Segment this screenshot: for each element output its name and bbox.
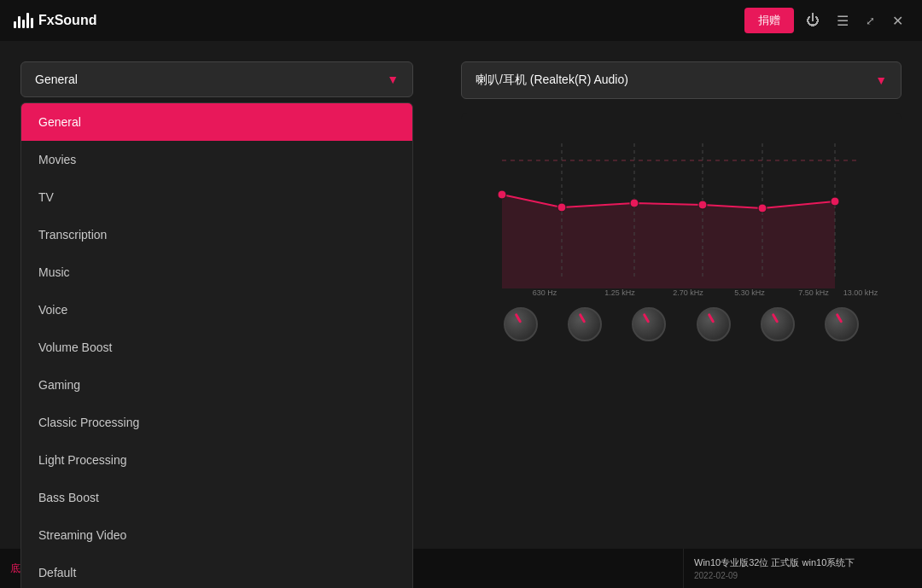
svg-point-7 [498,190,506,199]
svg-text:7.50 kHz: 7.50 kHz [798,288,829,297]
preset-option-bass-boost[interactable]: Bass Boost [21,479,412,516]
bottom-right: Win10专业版32位 正式版 win10系统下 2022-02-09 [683,549,922,588]
eq-knob-1[interactable] [504,307,538,341]
restore-button[interactable]: ⤢ [861,11,880,31]
preset-option-classic-processing[interactable]: Classic Processing [21,404,412,441]
svg-text:1.25 kHz: 1.25 kHz [604,288,635,297]
eq-knobs-row [475,300,888,355]
knob-container-4 [697,307,731,341]
logo-bar-4 [26,13,29,28]
logo-bars-icon [14,13,33,28]
preset-option-gaming[interactable]: Gaming [21,366,412,404]
logo-bar-3 [22,20,25,28]
restore-icon: ⤢ [866,15,875,27]
left-panel: General ▼ General Movies TV Transcriptio… [0,41,461,588]
logo: FxSound [14,13,96,28]
preset-option-voice[interactable]: Voice [21,291,412,329]
preset-option-volume-boost[interactable]: Volume Boost [21,329,412,366]
close-icon: ✕ [892,13,903,29]
svg-point-12 [831,197,839,206]
svg-text:13.00 kHz: 13.00 kHz [843,288,878,297]
preset-option-music[interactable]: Music [21,253,412,291]
menu-button[interactable]: ☰ [832,9,854,32]
header: FxSound 捐赠 ⏻ ☰ ⤢ ✕ [0,0,922,41]
donate-button[interactable]: 捐赠 [744,8,794,33]
svg-point-9 [630,199,639,207]
preset-option-general[interactable]: General [21,103,412,141]
preset-option-streaming-video[interactable]: Streaming Video [21,516,412,554]
knob-container-6 [825,307,859,341]
knob-container-3 [632,307,666,341]
svg-marker-1 [502,195,835,288]
preset-option-transcription[interactable]: Transcription [21,216,412,253]
power-button[interactable]: ⏻ [801,9,825,32]
header-right: 捐赠 ⏻ ☰ ⤢ ✕ [744,8,908,33]
header-left: FxSound [14,13,96,28]
app-title: FxSound [38,13,96,28]
chevron-down-icon: ▼ [387,73,399,86]
logo-bar-5 [31,18,33,28]
eq-knob-5[interactable] [761,307,795,341]
close-button[interactable]: ✕ [887,9,908,32]
svg-point-10 [698,201,707,209]
bottom-right-date: 2022-02-09 [694,571,912,580]
menu-icon: ☰ [837,13,849,29]
eq-graph: 630 Hz 1.25 kHz 2.70 kHz 5.30 kHz 7.50 k… [461,113,902,588]
logo-bar-1 [14,21,16,28]
device-dropdown[interactable]: 喇叭/耳机 (Realtek(R) Audio) ▼ [461,61,902,99]
svg-point-8 [557,203,566,212]
eq-knob-6[interactable] [825,307,859,341]
svg-text:5.30 kHz: 5.30 kHz [734,288,765,297]
device-selected-label: 喇叭/耳机 (Realtek(R) Audio) [476,73,628,88]
eq-knob-4[interactable] [697,307,731,341]
logo-bar-2 [18,16,20,28]
svg-text:2.70 kHz: 2.70 kHz [673,288,703,297]
eq-curve-svg: 630 Hz 1.25 kHz 2.70 kHz 5.30 kHz 7.50 k… [475,126,888,297]
preset-option-light-processing[interactable]: Light Processing [21,441,412,479]
device-chevron-down-icon: ▼ [875,73,887,87]
svg-text:630 Hz: 630 Hz [533,288,557,297]
preset-dropdown-menu: General Movies TV Transcription Music Vo… [20,102,413,588]
eq-knob-2[interactable] [568,307,602,341]
preset-option-tv[interactable]: TV [21,178,412,216]
knob-container-2 [568,307,602,341]
power-icon: ⏻ [806,13,820,28]
eq-knob-3[interactable] [632,307,666,341]
preset-dropdown-wrapper: General ▼ General Movies TV Transcriptio… [20,61,441,97]
svg-point-11 [758,204,767,212]
knob-container-5 [761,307,795,341]
preset-dropdown[interactable]: General ▼ [20,61,413,97]
knob-container-1 [504,307,538,341]
main-content: General ▼ General Movies TV Transcriptio… [0,41,922,588]
preset-selected-label: General [35,73,78,86]
right-panel: 喇叭/耳机 (Realtek(R) Audio) ▼ [461,41,922,588]
preset-option-default[interactable]: Default [21,554,412,588]
bottom-right-title: Win10专业版32位 正式版 win10系统下 [694,556,912,569]
preset-option-movies[interactable]: Movies [21,141,412,178]
